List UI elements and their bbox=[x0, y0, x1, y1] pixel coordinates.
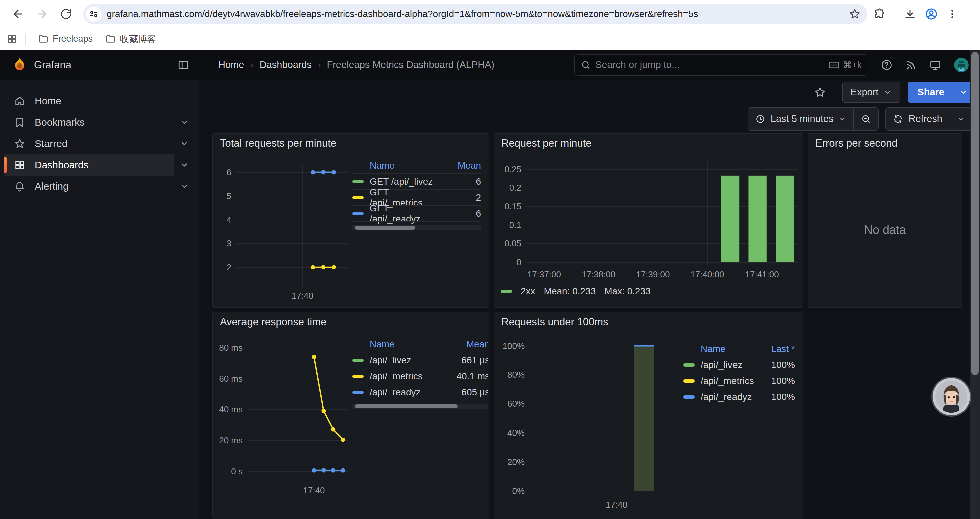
bookmarks-bar: Freeleaps 收藏博客 bbox=[0, 28, 980, 50]
panel-title[interactable]: Errors per second bbox=[808, 134, 962, 153]
timeseries-plot[interactable]: 17:40 bbox=[236, 165, 348, 287]
brand-name: Grafana bbox=[34, 59, 72, 71]
address-bar[interactable] bbox=[83, 4, 867, 24]
share-button[interactable]: Share bbox=[908, 82, 954, 102]
extensions-icon[interactable] bbox=[874, 8, 886, 20]
sidebar-item-bookmarks[interactable]: Bookmarks bbox=[4, 112, 195, 133]
news-rss-icon[interactable] bbox=[905, 59, 916, 71]
share-menu-caret[interactable] bbox=[954, 82, 972, 102]
reload-icon[interactable] bbox=[56, 3, 77, 25]
panel-title[interactable]: Average response time bbox=[213, 312, 489, 332]
panel-request-per-minute[interactable]: Request per minute 0.250.20.150.10.050 1… bbox=[494, 133, 803, 308]
breadcrumb-home[interactable]: Home bbox=[218, 59, 244, 70]
export-button[interactable]: Export bbox=[842, 82, 900, 102]
series-chip[interactable] bbox=[352, 391, 364, 394]
chevron-down-icon[interactable] bbox=[174, 133, 195, 154]
chevron-down-icon[interactable] bbox=[174, 176, 195, 197]
panel-errors-per-second[interactable]: Errors per second No data bbox=[808, 133, 963, 308]
page-scrollbar[interactable] bbox=[970, 50, 980, 519]
breadcrumb-separator: › bbox=[250, 60, 253, 70]
legend-last-value: 100% bbox=[755, 373, 795, 389]
user-avatar[interactable] bbox=[954, 58, 969, 72]
panel-average-response-time[interactable]: Average response time 80 ms60 ms40 ms20 … bbox=[213, 312, 489, 519]
profile-icon[interactable] bbox=[924, 7, 938, 21]
scrollbar-thumb[interactable] bbox=[971, 52, 978, 375]
breadcrumb-dashboards[interactable]: Dashboards bbox=[259, 59, 312, 70]
series-chip[interactable] bbox=[684, 379, 695, 383]
legend-col-name[interactable]: Name bbox=[369, 336, 440, 352]
site-settings-icon[interactable] bbox=[86, 6, 102, 22]
panel-title[interactable]: Requests under 100ms bbox=[494, 312, 803, 332]
url-input[interactable] bbox=[107, 9, 849, 19]
series-chip[interactable] bbox=[352, 375, 364, 378]
series-chip[interactable] bbox=[352, 196, 364, 200]
legend-series-name[interactable]: /api/_metrics bbox=[701, 373, 755, 389]
back-icon[interactable] bbox=[7, 3, 29, 25]
refresh-button[interactable]: Refresh bbox=[886, 107, 950, 130]
legend-col-name[interactable]: Name bbox=[701, 341, 755, 357]
legend-mean-value: 661 µs bbox=[440, 352, 488, 368]
forward-icon bbox=[31, 3, 53, 25]
chevron-down-icon[interactable] bbox=[174, 112, 195, 133]
legend-mean: Mean: 0.233 bbox=[544, 286, 596, 297]
series-chip[interactable] bbox=[684, 363, 695, 367]
legend-series-name[interactable]: 2xx bbox=[521, 286, 535, 297]
monitor-icon[interactable] bbox=[929, 59, 941, 71]
refresh-group: Refresh bbox=[885, 107, 972, 131]
legend-series-name[interactable]: /api/_readyz bbox=[369, 385, 440, 400]
grafana-header: Grafana Home › Dashboards › Freeleaps Me… bbox=[0, 50, 980, 80]
apps-grid-icon[interactable] bbox=[7, 34, 18, 45]
timeseries-plot[interactable]: 17:40 bbox=[248, 338, 348, 481]
grafana-logo[interactable] bbox=[12, 57, 27, 73]
sidebar-item-starred[interactable]: Starred bbox=[4, 133, 195, 154]
dock-toggle-icon[interactable] bbox=[177, 59, 189, 71]
panel-legend: Name Last * /api/_livez 100% /api/_metri… bbox=[675, 332, 802, 519]
series-chip[interactable] bbox=[352, 180, 364, 184]
search-input[interactable] bbox=[595, 59, 824, 70]
legend-mean-value: 6 bbox=[438, 206, 481, 222]
series-chip[interactable] bbox=[352, 359, 364, 362]
legend-scrollbar[interactable] bbox=[352, 225, 481, 230]
legend-series-name[interactable]: GET /api/_readyz bbox=[369, 206, 438, 222]
legend-col-last[interactable]: Last * bbox=[755, 341, 795, 357]
series-chip[interactable] bbox=[501, 289, 512, 293]
browser-menu-icon[interactable] bbox=[947, 8, 958, 20]
legend-series-name[interactable]: /api/_readyz bbox=[701, 389, 755, 405]
bar-plot[interactable]: 17:37:0017:38:0017:39:0017:40:0017:41:00 bbox=[526, 161, 798, 265]
bookmark-folder-blogs[interactable]: 收藏博客 bbox=[102, 31, 160, 47]
chevron-down-icon[interactable] bbox=[174, 154, 195, 176]
panel-title[interactable]: Total requests per minute bbox=[213, 134, 489, 153]
sidebar-item-alerting[interactable]: Alerting bbox=[4, 176, 195, 197]
time-range-picker[interactable]: Last 5 minutes bbox=[748, 107, 854, 130]
time-controls: Last 5 minutes Refresh bbox=[213, 104, 972, 133]
panel-requests-under-100ms[interactable]: Requests under 100ms 100%80%60%40%20%0% … bbox=[494, 312, 803, 519]
breadcrumb: Home › Dashboards › Freeleaps Metrics Da… bbox=[199, 50, 494, 80]
sidebar-item-home[interactable]: Home bbox=[4, 90, 195, 112]
global-search[interactable]: ⌘+k bbox=[574, 54, 868, 76]
legend-series-name[interactable]: /api/_metrics bbox=[369, 368, 440, 384]
panel-total-requests[interactable]: Total requests per minute 65432 17:40 Na bbox=[213, 133, 489, 308]
panel-title[interactable]: Request per minute bbox=[494, 134, 803, 153]
bookmark-folder-freeleaps[interactable]: Freeleaps bbox=[34, 32, 97, 46]
area-plot[interactable]: 17:40 bbox=[529, 336, 675, 496]
downloads-icon[interactable] bbox=[904, 8, 916, 20]
toolbar-divider bbox=[895, 7, 895, 21]
help-icon[interactable] bbox=[881, 59, 892, 71]
bookmark-star-icon[interactable] bbox=[849, 8, 861, 20]
legend-series-name[interactable]: /api/_livez bbox=[369, 352, 440, 368]
assistant-avatar[interactable] bbox=[932, 378, 970, 415]
no-data-message: No data bbox=[808, 153, 962, 307]
panel-legend: Name Mean Last * /api/_livez 661 µs 646 … bbox=[348, 332, 488, 519]
series-chip[interactable] bbox=[684, 395, 695, 399]
legend-series-name[interactable]: /api/_livez bbox=[701, 357, 755, 373]
series-chip[interactable] bbox=[352, 212, 364, 216]
legend-col-mean[interactable]: Mean bbox=[438, 158, 481, 173]
favorite-star-icon[interactable] bbox=[814, 86, 826, 98]
sidebar-item-dashboards[interactable]: Dashboards bbox=[4, 154, 195, 176]
refresh-interval-caret[interactable] bbox=[950, 107, 972, 130]
brand-section: Grafana bbox=[0, 50, 199, 80]
zoom-out-button[interactable] bbox=[854, 107, 878, 130]
legend-col-name[interactable]: Name bbox=[369, 158, 438, 173]
legend-col-mean[interactable]: Mean bbox=[440, 336, 488, 352]
legend-scrollbar[interactable] bbox=[352, 404, 488, 409]
